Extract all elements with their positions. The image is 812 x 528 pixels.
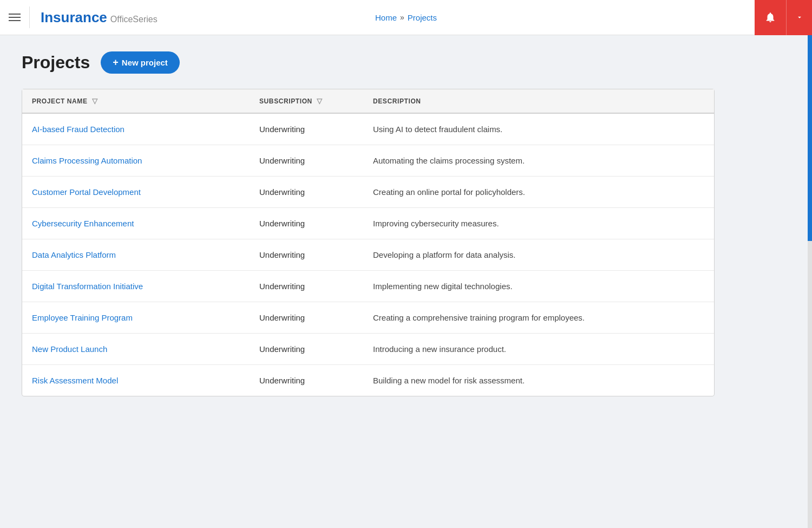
subscription-cell: Underwriting (250, 365, 363, 396)
project-link[interactable]: AI-based Fraud Detection (32, 125, 125, 134)
brand: Insurance OfficeSeries (41, 9, 158, 26)
table-header: PROJECT NAME ▽ SUBSCRIPTION ▽ DESCRIPTIO… (22, 89, 714, 113)
project-link[interactable]: Customer Portal Development (32, 187, 141, 197)
new-project-button[interactable]: + New project (101, 51, 180, 74)
subscription-cell: Underwriting (250, 334, 363, 365)
col-header-project-name: PROJECT NAME ▽ (22, 89, 250, 113)
description-cell: Automating the claims processing system. (363, 145, 714, 177)
notifications-button[interactable] (755, 0, 786, 35)
subscription-cell: Underwriting (250, 271, 363, 302)
subscription-cell: Underwriting (250, 113, 363, 145)
description-cell: Introducing a new insurance product. (363, 334, 714, 365)
table-row: Employee Training ProgramUnderwritingCre… (22, 302, 714, 334)
projects-table-container: PROJECT NAME ▽ SUBSCRIPTION ▽ DESCRIPTIO… (22, 89, 715, 396)
project-link[interactable]: New Product Launch (32, 344, 107, 354)
description-cell: Improving cybersecurity measures. (363, 208, 714, 239)
subscription-cell: Underwriting (250, 145, 363, 177)
project-link[interactable]: Cybersecurity Enhancement (32, 219, 134, 228)
subscription-cell: Underwriting (250, 208, 363, 239)
description-cell: Creating a comprehensive training progra… (363, 302, 714, 334)
breadcrumb: Home » Projects (375, 13, 437, 22)
bell-icon (764, 11, 776, 23)
filter-icon-subscription[interactable]: ▽ (317, 97, 323, 105)
description-cell: Creating an online portal for policyhold… (363, 177, 714, 208)
description-cell: Implementing new digital technologies. (363, 271, 714, 302)
table-row: Cybersecurity EnhancementUnderwritingImp… (22, 208, 714, 239)
table-row: Claims Processing AutomationUnderwriting… (22, 145, 714, 177)
col-label-description: DESCRIPTION (373, 97, 421, 105)
page-header: Projects + New project (22, 51, 790, 74)
project-link[interactable]: Digital Transformation Initiative (32, 282, 143, 291)
table-row: New Product LaunchUnderwritingIntroducin… (22, 334, 714, 365)
table-body: AI-based Fraud DetectionUnderwritingUsin… (22, 113, 714, 396)
col-header-subscription: SUBSCRIPTION ▽ (250, 89, 363, 113)
menu-icon[interactable] (9, 14, 21, 21)
table-row: Digital Transformation InitiativeUnderwr… (22, 271, 714, 302)
subscription-cell: Underwriting (250, 239, 363, 271)
col-label-project-name: PROJECT NAME (32, 97, 88, 105)
table-row: Customer Portal DevelopmentUnderwritingC… (22, 177, 714, 208)
project-link[interactable]: Claims Processing Automation (32, 156, 142, 165)
scrollbar-track[interactable] (808, 35, 812, 528)
subscription-cell: Underwriting (250, 302, 363, 334)
main-content: Projects + New project PROJECT NAME ▽ (0, 35, 812, 413)
project-link[interactable]: Employee Training Program (32, 313, 133, 322)
new-project-label: New project (122, 58, 168, 67)
brand-subtitle: OfficeSeries (110, 15, 158, 24)
subscription-cell: Underwriting (250, 177, 363, 208)
table-row: AI-based Fraud DetectionUnderwritingUsin… (22, 113, 714, 145)
description-cell: Developing a platform for data analysis. (363, 239, 714, 271)
table-row: Risk Assessment ModelUnderwritingBuildin… (22, 365, 714, 396)
header-divider (29, 6, 30, 28)
page-title: Projects (22, 53, 90, 73)
filter-icon-project[interactable]: ▽ (92, 97, 98, 105)
projects-table: PROJECT NAME ▽ SUBSCRIPTION ▽ DESCRIPTIO… (22, 89, 714, 396)
description-cell: Building a new model for risk assessment… (363, 365, 714, 396)
project-link[interactable]: Risk Assessment Model (32, 376, 118, 385)
table-row: Data Analytics PlatformUnderwritingDevel… (22, 239, 714, 271)
col-header-description: DESCRIPTION (363, 89, 714, 113)
breadcrumb-home[interactable]: Home (375, 13, 397, 22)
plus-icon: + (113, 57, 119, 68)
header-actions (755, 0, 812, 35)
breadcrumb-current[interactable]: Projects (408, 13, 437, 22)
breadcrumb-separator: » (400, 13, 404, 22)
project-link[interactable]: Data Analytics Platform (32, 250, 116, 259)
header: Insurance OfficeSeries Home » Projects (0, 0, 812, 35)
description-cell: Using AI to detect fraudulent claims. (363, 113, 714, 145)
chevron-down-icon (796, 14, 803, 21)
scrollbar-thumb[interactable] (808, 35, 812, 241)
brand-name: Insurance (41, 9, 107, 26)
user-dropdown-button[interactable] (786, 0, 812, 35)
col-label-subscription: SUBSCRIPTION (259, 97, 312, 105)
